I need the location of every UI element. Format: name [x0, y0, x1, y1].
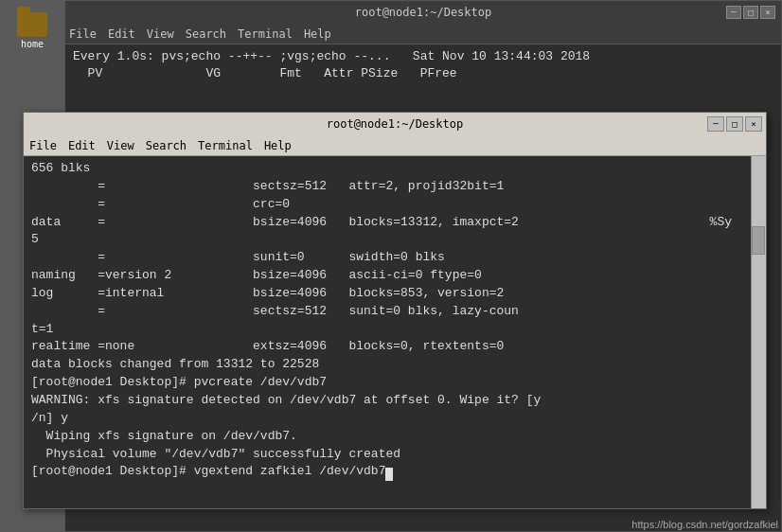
terminal-line: Wiping xfs signature on /dev/vdb7. [31, 428, 758, 446]
fg-minimize-button[interactable]: ─ [707, 116, 724, 132]
bg-close-button[interactable]: × [760, 6, 775, 19]
sidebar-home-label: home [21, 39, 44, 49]
fg-terminal-window: root@node1:~/Desktop ─ □ × File Edit Vie… [23, 112, 767, 509]
terminal-line: 656 blks [31, 160, 758, 178]
bg-menu-terminal[interactable]: Terminal [238, 27, 293, 41]
bg-maximize-button[interactable]: □ [743, 6, 758, 19]
scrollbar-thumb[interactable] [752, 226, 765, 255]
terminal-line: = sectsz=512 sunit=0 blks, lazy-coun [31, 303, 758, 321]
fg-menu-file[interactable]: File [29, 139, 57, 152]
fg-terminal-win-buttons: ─ □ × [707, 116, 762, 132]
fg-menu-view[interactable]: View [107, 139, 134, 152]
fg-menu-terminal[interactable]: Terminal [198, 139, 253, 152]
bg-line-1: Every 1.0s: pvs;echo --++-- ;vgs;echo --… [73, 48, 773, 65]
bg-line-2: PV VG Fmt Attr PSize PFree [73, 65, 773, 82]
fg-terminal-titlebar: root@node1:~/Desktop ─ □ × [24, 113, 766, 135]
terminal-line: = crc=0 [31, 196, 758, 214]
fg-menu-edit[interactable]: Edit [68, 139, 96, 152]
terminal-line: data = bsize=4096 blocks=13312, imaxpct=… [31, 214, 758, 232]
fg-maximize-button[interactable]: □ [726, 116, 743, 132]
fg-terminal-menubar: File Edit View Search Terminal Help [24, 135, 766, 156]
terminal-line: data blocks changed from 13312 to 22528 [31, 356, 758, 374]
bg-terminal-win-buttons: ─ □ × [726, 6, 775, 19]
bg-minimize-button[interactable]: ─ [726, 6, 741, 19]
bg-menu-search[interactable]: Search [186, 27, 226, 41]
bg-terminal-title: root@node1:~/Desktop [355, 6, 492, 19]
terminal-line: 5 [31, 231, 758, 249]
bg-menu-view[interactable]: View [147, 27, 174, 41]
bg-menu-help[interactable]: Help [304, 27, 331, 41]
terminal-line: Physical volume "/dev/vdb7" successfully… [31, 446, 758, 464]
bg-terminal-content: Every 1.0s: pvs;echo --++-- ;vgs;echo --… [65, 44, 781, 86]
sidebar-home-icon[interactable]: home [9, 8, 55, 53]
bg-terminal-menubar: File Edit View Search Terminal Help [65, 24, 781, 44]
terminal-line: t=1 [31, 321, 758, 339]
line-suffix: %Sy [710, 214, 732, 232]
terminal-line: [root@node1 Desktop]# vgextend zafkiel /… [31, 463, 758, 481]
bg-menu-file[interactable]: File [69, 27, 97, 41]
terminal-line: log =internal bsize=4096 blocks=853, ver… [31, 285, 758, 303]
bg-menu-edit[interactable]: Edit [108, 27, 135, 41]
terminal-line: /n] y [31, 410, 758, 428]
terminal-cursor [385, 468, 393, 481]
terminal-scrollbar[interactable] [751, 156, 766, 508]
fg-terminal-content[interactable]: 656 blks = sectsz=512 attr=2, projid32bi… [24, 156, 766, 508]
bg-terminal-titlebar: root@node1:~/Desktop ─ □ × [65, 1, 781, 24]
terminal-line: = sunit=0 swidth=0 blks [31, 249, 758, 267]
terminal-line: naming =version 2 bsize=4096 ascii-ci=0 … [31, 267, 758, 285]
terminal-line: [root@node1 Desktop]# pvcreate /dev/vdb7 [31, 374, 758, 392]
fg-menu-search[interactable]: Search [146, 139, 187, 152]
terminal-line: WARNING: xfs signature detected on /dev/… [31, 392, 758, 410]
terminal-line: = sectsz=512 attr=2, projid32bit=1 [31, 178, 758, 196]
watermark: https://blog.csdn.net/gordzafkiel [631, 519, 778, 530]
terminal-output: 656 blks = sectsz=512 attr=2, projid32bi… [31, 160, 758, 481]
fg-menu-help[interactable]: Help [264, 139, 292, 152]
folder-icon [17, 12, 47, 37]
fg-terminal-title: root@node1:~/Desktop [327, 117, 464, 131]
terminal-line: realtime =none extsz=4096 blocks=0, rtex… [31, 338, 758, 356]
fg-close-button[interactable]: × [745, 116, 762, 132]
